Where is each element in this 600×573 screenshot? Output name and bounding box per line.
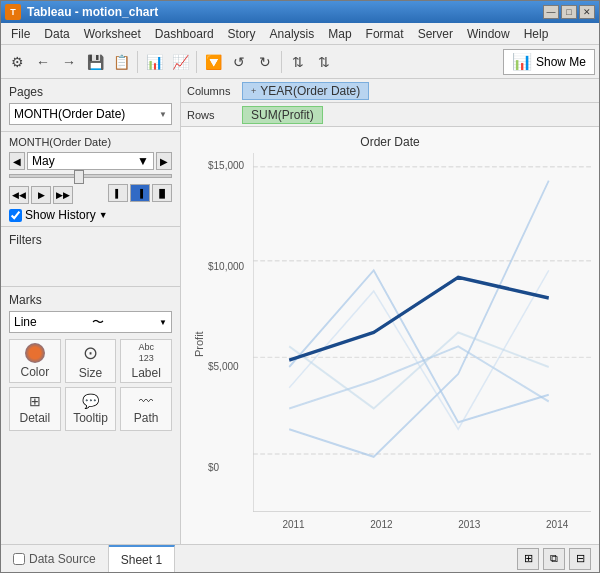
mark-label-btn[interactable]: Abc123 Label: [120, 339, 172, 383]
data-source-checkbox[interactable]: [13, 553, 25, 565]
chart-inner: $15,000 $10,000 $5,000 $0 2011 2012 2013…: [253, 153, 591, 512]
toolbar-redo[interactable]: ↻: [253, 50, 277, 74]
y-tick-5k: $5,000: [208, 361, 239, 372]
pages-dropdown[interactable]: MONTH(Order Date) ▼: [9, 103, 172, 125]
playback-row: ◀◀ ▶ ▶▶ ▌ ▐ █: [9, 182, 172, 204]
speed-med[interactable]: ▐: [130, 184, 150, 202]
tooltip-icon: 💬: [82, 393, 99, 409]
toolbar-refresh[interactable]: ⚙: [5, 50, 29, 74]
menu-worksheet[interactable]: Worksheet: [78, 25, 147, 43]
duplicate-sheet-btn[interactable]: ⧉: [543, 548, 565, 570]
toolbar-sep-3: [281, 51, 282, 73]
show-history-arrow: ▼: [99, 210, 108, 220]
show-me-button[interactable]: 📊 Show Me: [503, 49, 595, 75]
speed-slow[interactable]: ▌: [108, 184, 128, 202]
pages-arrow: ▼: [159, 110, 167, 119]
toolbar-sort1[interactable]: ⇅: [286, 50, 310, 74]
toolbar-sep-2: [196, 51, 197, 73]
chart-container: Profit $15,000 $10,000 $5,000 $0 2011 20…: [189, 153, 591, 536]
rows-pill[interactable]: SUM(Profit): [242, 106, 323, 124]
tooltip-label: Tooltip: [73, 411, 108, 425]
toolbar-chart1[interactable]: 📊: [142, 50, 166, 74]
toolbar-sort2[interactable]: ⇅: [312, 50, 336, 74]
toolbar-filter[interactable]: 🔽: [201, 50, 225, 74]
month-slider[interactable]: [9, 174, 172, 178]
close-button[interactable]: ✕: [579, 5, 595, 19]
menu-dashboard[interactable]: Dashboard: [149, 25, 220, 43]
path-icon: 〰: [139, 393, 153, 409]
mark-path-btn[interactable]: 〰 Path: [120, 387, 172, 431]
color-icon: [25, 343, 45, 363]
menu-story[interactable]: Story: [222, 25, 262, 43]
toolbar-undo[interactable]: ↺: [227, 50, 251, 74]
x-tick-2012: 2012: [370, 519, 392, 530]
x-tick-2011: 2011: [282, 519, 304, 530]
menu-window[interactable]: Window: [461, 25, 516, 43]
menu-bar: File Data Worksheet Dashboard Story Anal…: [1, 23, 599, 45]
show-history-checkbox[interactable]: [9, 209, 22, 222]
new-sheet-btn[interactable]: ⊞: [517, 548, 539, 570]
menu-analysis[interactable]: Analysis: [264, 25, 321, 43]
marks-type-value: Line: [14, 315, 37, 329]
toolbar-new[interactable]: 📋: [109, 50, 133, 74]
label-label: Label: [131, 366, 160, 380]
toolbar-save[interactable]: 💾: [83, 50, 107, 74]
rows-pill-text: SUM(Profit): [251, 108, 314, 122]
speed-fast[interactable]: █: [152, 184, 172, 202]
sheet1-tab[interactable]: Sheet 1: [109, 545, 175, 572]
slider-container: [9, 174, 172, 178]
pages-section: Pages MONTH(Order Date) ▼: [1, 79, 180, 132]
minimize-button[interactable]: —: [543, 5, 559, 19]
show-me-icon: 📊: [512, 52, 532, 71]
toolbar-back[interactable]: ←: [31, 50, 55, 74]
menu-format[interactable]: Format: [360, 25, 410, 43]
play-pause-btn[interactable]: ▶: [31, 186, 51, 204]
color-label: Color: [20, 365, 49, 379]
x-tick-2013: 2013: [458, 519, 480, 530]
label-icon: Abc123: [138, 342, 154, 364]
marks-buttons: Color ⊙ Size Abc123 Label ⊞ Detail: [9, 339, 172, 431]
play-fwd-btn[interactable]: ▶▶: [53, 186, 73, 204]
menu-help[interactable]: Help: [518, 25, 555, 43]
mark-size-btn[interactable]: ⊙ Size: [65, 339, 117, 383]
marks-section: Marks Line 〜 ▼ Color ⊙ Size: [1, 287, 180, 544]
filters-header: Filters: [9, 233, 172, 247]
month-prev[interactable]: ◀: [9, 152, 25, 170]
sheet1-label: Sheet 1: [121, 553, 162, 567]
slider-thumb[interactable]: [74, 170, 84, 184]
window-title: Tableau - motion_chart: [27, 5, 158, 19]
main-content: Pages MONTH(Order Date) ▼ MONTH(Order Da…: [1, 79, 599, 544]
app-icon: T: [5, 4, 21, 20]
month-next[interactable]: ▶: [156, 152, 172, 170]
maximize-button[interactable]: □: [561, 5, 577, 19]
month-dropdown[interactable]: May ▼: [27, 152, 154, 170]
columns-shelf: Columns + YEAR(Order Date): [181, 79, 599, 103]
menu-server[interactable]: Server: [412, 25, 459, 43]
play-back-btn[interactable]: ◀◀: [9, 186, 29, 204]
toolbar-sep-1: [137, 51, 138, 73]
data-source-tab[interactable]: Data Source: [1, 545, 109, 572]
sheet-options-btn[interactable]: ⊟: [569, 548, 591, 570]
pages-value: MONTH(Order Date): [14, 107, 125, 121]
rows-label: Rows: [187, 109, 242, 121]
columns-pill[interactable]: + YEAR(Order Date): [242, 82, 369, 100]
month-current: May: [32, 154, 55, 168]
menu-data[interactable]: Data: [38, 25, 75, 43]
menu-file[interactable]: File: [5, 25, 36, 43]
show-me-label: Show Me: [536, 55, 586, 69]
chart-area: Order Date Profit $15,000 $10,000 $5,000…: [181, 127, 599, 544]
x-tick-2014: 2014: [546, 519, 568, 530]
toolbar-forward[interactable]: →: [57, 50, 81, 74]
title-bar: T Tableau - motion_chart — □ ✕: [1, 1, 599, 23]
marks-type-dropdown[interactable]: Line 〜 ▼: [9, 311, 172, 333]
menu-map[interactable]: Map: [322, 25, 357, 43]
pages-header: Pages: [9, 85, 172, 99]
path-label: Path: [134, 411, 159, 425]
mark-tooltip-btn[interactable]: 💬 Tooltip: [65, 387, 117, 431]
bottom-actions: ⊞ ⧉ ⊟: [509, 548, 599, 570]
filters-section: Filters: [1, 227, 180, 287]
toolbar-chart2[interactable]: 📈: [168, 50, 192, 74]
mark-color-btn[interactable]: Color: [9, 339, 61, 383]
main-window: T Tableau - motion_chart — □ ✕ File Data…: [0, 0, 600, 573]
mark-detail-btn[interactable]: ⊞ Detail: [9, 387, 61, 431]
